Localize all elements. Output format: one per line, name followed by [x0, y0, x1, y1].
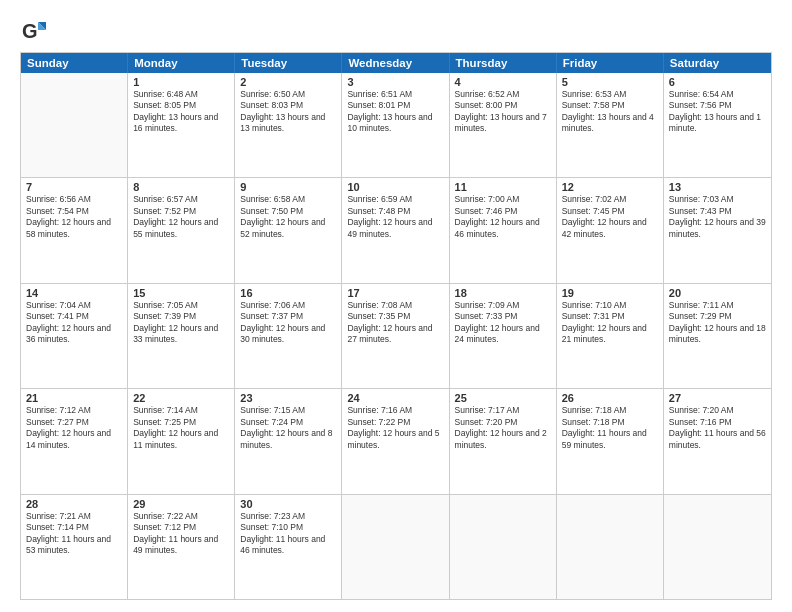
- day-cell-22: 22Sunrise: 7:14 AM Sunset: 7:25 PM Dayli…: [128, 389, 235, 493]
- svg-text:G: G: [22, 20, 38, 42]
- day-cell-16: 16Sunrise: 7:06 AM Sunset: 7:37 PM Dayli…: [235, 284, 342, 388]
- day-number: 21: [26, 392, 122, 404]
- day-cell-6: 6Sunrise: 6:54 AM Sunset: 7:56 PM Daylig…: [664, 73, 771, 177]
- day-number: 11: [455, 181, 551, 193]
- day-detail: Sunrise: 7:18 AM Sunset: 7:18 PM Dayligh…: [562, 405, 658, 451]
- day-number: 25: [455, 392, 551, 404]
- day-number: 27: [669, 392, 766, 404]
- day-header-monday: Monday: [128, 53, 235, 73]
- day-detail: Sunrise: 6:51 AM Sunset: 8:01 PM Dayligh…: [347, 89, 443, 135]
- day-cell-11: 11Sunrise: 7:00 AM Sunset: 7:46 PM Dayli…: [450, 178, 557, 282]
- day-number: 24: [347, 392, 443, 404]
- day-cell-25: 25Sunrise: 7:17 AM Sunset: 7:20 PM Dayli…: [450, 389, 557, 493]
- day-detail: Sunrise: 7:20 AM Sunset: 7:16 PM Dayligh…: [669, 405, 766, 451]
- day-header-wednesday: Wednesday: [342, 53, 449, 73]
- empty-cell: [450, 495, 557, 599]
- day-cell-17: 17Sunrise: 7:08 AM Sunset: 7:35 PM Dayli…: [342, 284, 449, 388]
- day-detail: Sunrise: 7:22 AM Sunset: 7:12 PM Dayligh…: [133, 511, 229, 557]
- day-detail: Sunrise: 7:21 AM Sunset: 7:14 PM Dayligh…: [26, 511, 122, 557]
- day-cell-10: 10Sunrise: 6:59 AM Sunset: 7:48 PM Dayli…: [342, 178, 449, 282]
- day-cell-29: 29Sunrise: 7:22 AM Sunset: 7:12 PM Dayli…: [128, 495, 235, 599]
- day-number: 3: [347, 76, 443, 88]
- day-number: 1: [133, 76, 229, 88]
- day-header-sunday: Sunday: [21, 53, 128, 73]
- day-cell-23: 23Sunrise: 7:15 AM Sunset: 7:24 PM Dayli…: [235, 389, 342, 493]
- day-cell-24: 24Sunrise: 7:16 AM Sunset: 7:22 PM Dayli…: [342, 389, 449, 493]
- day-number: 6: [669, 76, 766, 88]
- day-detail: Sunrise: 6:58 AM Sunset: 7:50 PM Dayligh…: [240, 194, 336, 240]
- day-detail: Sunrise: 6:48 AM Sunset: 8:05 PM Dayligh…: [133, 89, 229, 135]
- day-number: 30: [240, 498, 336, 510]
- day-detail: Sunrise: 7:11 AM Sunset: 7:29 PM Dayligh…: [669, 300, 766, 346]
- day-detail: Sunrise: 7:09 AM Sunset: 7:33 PM Dayligh…: [455, 300, 551, 346]
- day-cell-8: 8Sunrise: 6:57 AM Sunset: 7:52 PM Daylig…: [128, 178, 235, 282]
- logo: G: [20, 18, 52, 46]
- day-detail: Sunrise: 7:12 AM Sunset: 7:27 PM Dayligh…: [26, 405, 122, 451]
- day-number: 28: [26, 498, 122, 510]
- day-header-friday: Friday: [557, 53, 664, 73]
- calendar-row-5: 28Sunrise: 7:21 AM Sunset: 7:14 PM Dayli…: [21, 495, 771, 599]
- day-cell-27: 27Sunrise: 7:20 AM Sunset: 7:16 PM Dayli…: [664, 389, 771, 493]
- day-number: 22: [133, 392, 229, 404]
- day-detail: Sunrise: 7:23 AM Sunset: 7:10 PM Dayligh…: [240, 511, 336, 557]
- calendar: SundayMondayTuesdayWednesdayThursdayFrid…: [20, 52, 772, 600]
- day-detail: Sunrise: 7:16 AM Sunset: 7:22 PM Dayligh…: [347, 405, 443, 451]
- day-detail: Sunrise: 6:50 AM Sunset: 8:03 PM Dayligh…: [240, 89, 336, 135]
- day-number: 7: [26, 181, 122, 193]
- day-number: 14: [26, 287, 122, 299]
- day-detail: Sunrise: 6:53 AM Sunset: 7:58 PM Dayligh…: [562, 89, 658, 135]
- day-number: 15: [133, 287, 229, 299]
- calendar-row-3: 14Sunrise: 7:04 AM Sunset: 7:41 PM Dayli…: [21, 284, 771, 389]
- day-number: 29: [133, 498, 229, 510]
- day-number: 26: [562, 392, 658, 404]
- day-detail: Sunrise: 6:59 AM Sunset: 7:48 PM Dayligh…: [347, 194, 443, 240]
- day-detail: Sunrise: 7:10 AM Sunset: 7:31 PM Dayligh…: [562, 300, 658, 346]
- day-detail: Sunrise: 7:14 AM Sunset: 7:25 PM Dayligh…: [133, 405, 229, 451]
- day-header-tuesday: Tuesday: [235, 53, 342, 73]
- day-cell-19: 19Sunrise: 7:10 AM Sunset: 7:31 PM Dayli…: [557, 284, 664, 388]
- day-number: 13: [669, 181, 766, 193]
- day-number: 19: [562, 287, 658, 299]
- day-cell-1: 1Sunrise: 6:48 AM Sunset: 8:05 PM Daylig…: [128, 73, 235, 177]
- day-cell-7: 7Sunrise: 6:56 AM Sunset: 7:54 PM Daylig…: [21, 178, 128, 282]
- empty-cell: [342, 495, 449, 599]
- day-number: 18: [455, 287, 551, 299]
- day-number: 9: [240, 181, 336, 193]
- empty-cell: [557, 495, 664, 599]
- empty-cell: [21, 73, 128, 177]
- logo-icon: G: [20, 18, 48, 46]
- day-detail: Sunrise: 7:03 AM Sunset: 7:43 PM Dayligh…: [669, 194, 766, 240]
- day-cell-14: 14Sunrise: 7:04 AM Sunset: 7:41 PM Dayli…: [21, 284, 128, 388]
- day-cell-13: 13Sunrise: 7:03 AM Sunset: 7:43 PM Dayli…: [664, 178, 771, 282]
- day-cell-2: 2Sunrise: 6:50 AM Sunset: 8:03 PM Daylig…: [235, 73, 342, 177]
- empty-cell: [664, 495, 771, 599]
- day-detail: Sunrise: 7:08 AM Sunset: 7:35 PM Dayligh…: [347, 300, 443, 346]
- day-header-saturday: Saturday: [664, 53, 771, 73]
- day-detail: Sunrise: 6:54 AM Sunset: 7:56 PM Dayligh…: [669, 89, 766, 135]
- day-cell-30: 30Sunrise: 7:23 AM Sunset: 7:10 PM Dayli…: [235, 495, 342, 599]
- day-cell-4: 4Sunrise: 6:52 AM Sunset: 8:00 PM Daylig…: [450, 73, 557, 177]
- day-number: 8: [133, 181, 229, 193]
- calendar-row-2: 7Sunrise: 6:56 AM Sunset: 7:54 PM Daylig…: [21, 178, 771, 283]
- day-header-thursday: Thursday: [450, 53, 557, 73]
- day-number: 2: [240, 76, 336, 88]
- day-number: 5: [562, 76, 658, 88]
- day-detail: Sunrise: 6:57 AM Sunset: 7:52 PM Dayligh…: [133, 194, 229, 240]
- day-cell-20: 20Sunrise: 7:11 AM Sunset: 7:29 PM Dayli…: [664, 284, 771, 388]
- day-number: 12: [562, 181, 658, 193]
- day-detail: Sunrise: 7:00 AM Sunset: 7:46 PM Dayligh…: [455, 194, 551, 240]
- day-number: 16: [240, 287, 336, 299]
- day-detail: Sunrise: 7:06 AM Sunset: 7:37 PM Dayligh…: [240, 300, 336, 346]
- day-cell-5: 5Sunrise: 6:53 AM Sunset: 7:58 PM Daylig…: [557, 73, 664, 177]
- day-number: 17: [347, 287, 443, 299]
- day-cell-18: 18Sunrise: 7:09 AM Sunset: 7:33 PM Dayli…: [450, 284, 557, 388]
- day-cell-28: 28Sunrise: 7:21 AM Sunset: 7:14 PM Dayli…: [21, 495, 128, 599]
- day-detail: Sunrise: 7:15 AM Sunset: 7:24 PM Dayligh…: [240, 405, 336, 451]
- day-number: 10: [347, 181, 443, 193]
- calendar-row-4: 21Sunrise: 7:12 AM Sunset: 7:27 PM Dayli…: [21, 389, 771, 494]
- day-cell-21: 21Sunrise: 7:12 AM Sunset: 7:27 PM Dayli…: [21, 389, 128, 493]
- day-number: 4: [455, 76, 551, 88]
- day-cell-26: 26Sunrise: 7:18 AM Sunset: 7:18 PM Dayli…: [557, 389, 664, 493]
- calendar-header: SundayMondayTuesdayWednesdayThursdayFrid…: [21, 53, 771, 73]
- day-detail: Sunrise: 7:17 AM Sunset: 7:20 PM Dayligh…: [455, 405, 551, 451]
